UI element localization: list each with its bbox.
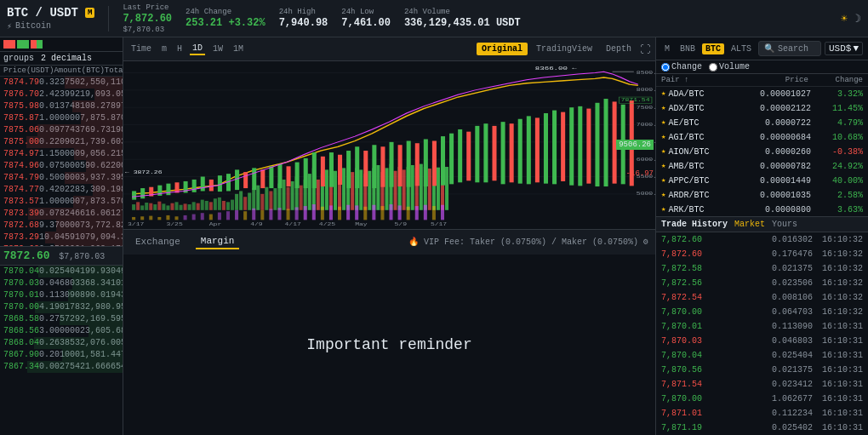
sell-order-row[interactable]: 7875.980.013748108.27897304 — [0, 100, 123, 112]
sell-order-row[interactable]: 7872.689.37000073,772.82000000 — [0, 220, 123, 232]
mode-m[interactable]: M — [661, 43, 673, 54]
pair-list-item[interactable]: ★AGI/BTC0.0000068410.68% — [656, 130, 868, 145]
sell-order-row[interactable]: 7874.971.1500009,056.21550000 — [0, 148, 123, 160]
buy-order-row[interactable]: 7870.004.19017832,980.95066000 — [0, 301, 123, 313]
tab-original[interactable]: Original — [477, 43, 528, 55]
buy-order-row[interactable]: 7867.340.00275421.66665436 — [0, 361, 123, 373]
groups-label: groups — [3, 54, 34, 63]
interval-1m[interactable]: 1M — [231, 43, 246, 54]
radio-filter: Change Volume — [656, 60, 868, 74]
mode-bnb[interactable]: BNB — [677, 43, 699, 54]
pair-list-item[interactable]: ★AMB/BTC0.0000078224.92% — [656, 159, 868, 174]
svg-rect-167 — [475, 126, 479, 182]
svg-rect-73 — [376, 165, 380, 210]
ob-controls: groups 2 decimals — [0, 52, 123, 66]
pair-list-item[interactable]: ★ADA/BTC0.000010273.32% — [656, 87, 868, 101]
svg-rect-17 — [136, 202, 140, 209]
svg-rect-48 — [269, 191, 272, 209]
sell-order-row[interactable]: 7874.790.3237502,550,110.76250 — [0, 77, 123, 89]
svg-rect-102 — [235, 210, 238, 220]
currency-selector[interactable]: USD$ ▼ — [825, 42, 863, 55]
svg-rect-173 — [527, 116, 531, 184]
svg-rect-161 — [424, 139, 428, 186]
pair-list-item[interactable]: ★AION/BTC0.0000260-0.38% — [656, 145, 868, 159]
pair-list-item[interactable]: ★APPC/BTC0.0000144940.00% — [656, 174, 868, 188]
svg-rect-26 — [174, 202, 178, 209]
th-tab-market[interactable]: Market — [734, 220, 765, 229]
sell-order-row[interactable]: 7874.960.075000590.62200000 — [0, 160, 123, 172]
buy-order-row[interactable]: 7867.900.2010001,581.44790000 — [0, 349, 123, 361]
buy-orders: 7870.040.025404199.930496167870.030.0468… — [0, 266, 123, 435]
top-header: BTC / USDT M ⚡ Bitcoin Last Price 7,872.… — [0, 0, 868, 37]
buy-order-row[interactable]: 7868.563.00000023,605.68000000 — [0, 325, 123, 337]
buy-order-row[interactable]: 7870.010.113090890.01943090 — [0, 289, 123, 301]
svg-rect-152 — [346, 151, 351, 188]
svg-rect-92 — [149, 216, 152, 220]
mode-btc[interactable]: BTC — [702, 43, 724, 54]
trade-history-row: 7,872.540.00810616:10:32 — [656, 290, 868, 305]
svg-rect-122 — [407, 207, 410, 220]
buy-order-row[interactable]: 7870.030.046803368.34101409 — [0, 278, 123, 289]
settings-icon[interactable]: ⚙ — [643, 238, 648, 247]
svg-rect-110 — [304, 206, 307, 220]
sell-order-row[interactable]: 7873.571.0000007,873.57000000 — [0, 196, 123, 208]
svg-rect-41 — [239, 191, 243, 209]
svg-rect-47 — [265, 187, 268, 210]
trade-history-row: 7,870.000.06470316:10:32 — [656, 305, 868, 319]
svg-rect-149 — [321, 157, 325, 186]
sell-order-row[interactable]: 7875.000.2209021,739.60325000 — [0, 136, 123, 148]
svg-text:4/25: 4/25 — [319, 221, 335, 226]
change-value: 253.21 +3.32% — [186, 17, 266, 29]
radio-change[interactable]: Change — [661, 62, 702, 72]
fullscreen-button[interactable]: ⛶ — [640, 43, 650, 55]
high-value: 7,940.98 — [279, 17, 328, 29]
pair-list-item[interactable]: ★AE/BTC0.00007224.79% — [656, 116, 868, 130]
trade-history-row: 7,872.600.17647616:10:32 — [656, 247, 868, 261]
change-block: 24h Change 253.21 +3.32% — [186, 8, 266, 29]
pair-list-item[interactable]: ★ADX/BTC0.0000212211.45% — [656, 101, 868, 116]
svg-text:4/17: 4/17 — [285, 221, 301, 226]
buy-order-row[interactable]: 7868.580.2757292,169.59569482 — [0, 313, 123, 325]
svg-rect-87 — [437, 168, 440, 210]
pair-list-item[interactable]: ★ARDR/BTC0.000010352.58% — [656, 188, 868, 203]
interval-m[interactable]: m — [159, 43, 169, 54]
buy-order-row[interactable]: 7870.040.025404199.93049616 — [0, 266, 123, 278]
interval-1w[interactable]: 1W — [210, 43, 226, 54]
price-chart: 8500.00 8000.00 7500.00 7000.00 6500.00 … — [123, 61, 655, 229]
svg-rect-176 — [552, 111, 557, 185]
pair-list-item[interactable]: ★ARK/BTC0.00008003.63% — [656, 203, 868, 216]
search-box[interactable]: 🔍 Search — [758, 41, 821, 56]
sell-order-row[interactable]: 7873.2910.04591079,094.36274390 — [0, 232, 123, 243]
svg-rect-27 — [180, 205, 183, 210]
mode-alts[interactable]: ALTS — [728, 43, 755, 54]
sell-order-row[interactable]: 7872.680.2500001,968.17000000 — [0, 243, 123, 246]
buy-order-row[interactable]: 7868.040.2638532,076.00595812 — [0, 337, 123, 349]
sell-order-row[interactable]: 7875.871.0000007,875.87000000 — [0, 112, 123, 124]
svg-rect-98 — [201, 213, 204, 220]
sell-order-row[interactable]: 7874.770.4202283,309.19884756 — [0, 184, 123, 196]
moon-icon[interactable]: ☽ — [854, 12, 861, 26]
col-total-header: Total(USDT) — [105, 66, 123, 75]
search-icon: 🔍 — [764, 43, 774, 54]
interval-h[interactable]: H — [174, 43, 185, 54]
tab-margin[interactable]: Margin — [196, 234, 240, 249]
th-tab-yours[interactable]: Yours — [772, 220, 797, 229]
sell-order-row[interactable]: 7874.790.5000003,937.39500000 — [0, 172, 123, 184]
tab-exchange[interactable]: Exchange — [130, 235, 186, 249]
tab-tradingview[interactable]: TradingView — [531, 43, 597, 55]
interval-1d[interactable]: 1D — [190, 43, 205, 55]
svg-rect-177 — [561, 112, 565, 181]
tab-depth[interactable]: Depth — [601, 43, 637, 55]
sell-order-row[interactable]: 7873.390.078246616.06127394 — [0, 208, 123, 220]
sell-order-row[interactable]: 7876.702.42399219,093.05778640 — [0, 89, 123, 100]
chart-view-tabs: Original TradingView Depth ⛶ — [477, 43, 650, 55]
trade-history-row: 7,870.040.02540416:10:31 — [656, 348, 868, 363]
radio-volume[interactable]: Volume — [709, 62, 750, 72]
svg-rect-85 — [428, 169, 431, 210]
svg-rect-108 — [287, 209, 290, 220]
sun-icon[interactable]: ☀ — [841, 12, 848, 26]
svg-rect-35 — [214, 198, 217, 210]
trade-history-row: 7,870.030.04680316:10:31 — [656, 334, 868, 348]
sell-order-row[interactable]: 7875.060.097743769.73198958 — [0, 124, 123, 136]
decimals-selector[interactable]: 2 decimals — [41, 54, 92, 63]
